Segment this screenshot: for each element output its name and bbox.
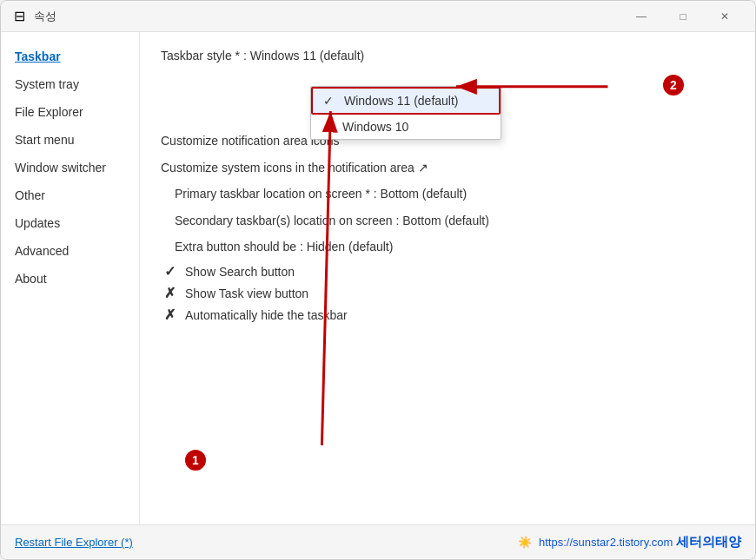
extra-button-label: Extra button should be : Hidden (default… [175, 240, 393, 254]
system-icons-row[interactable]: Customize system icons in the notificati… [161, 158, 734, 177]
minimize-button[interactable]: — [621, 1, 661, 32]
watermark-korean: 세터의태양 [676, 534, 741, 549]
secondary-location-row: Secondary taskbar(s) location on screen … [175, 211, 734, 230]
dropdown-option-win11-label: Windows 11 (default) [344, 94, 459, 108]
window-title: 속성 [34, 9, 621, 24]
check-no-icon-2: ✗ [161, 306, 178, 323]
check-no-icon: ✗ [161, 285, 178, 301]
system-icons-label: Customize system icons in the notificati… [161, 161, 428, 175]
sidebar-item-about[interactable]: About [1, 265, 139, 293]
dropdown-option-win10-label: Windows 10 [342, 120, 408, 134]
sidebar-item-taskbar[interactable]: Taskbar [1, 43, 139, 70]
primary-location-row: Primary taskbar location on screen * : B… [175, 184, 734, 203]
watermark-url: https://sunstar2.tistory.com [539, 536, 673, 549]
show-taskview-row: ✗ Show Task view button [161, 285, 734, 301]
main-panel: Taskbar style * : Windows 11 (default) ✓… [140, 32, 755, 524]
auto-hide-row: ✗ Automatically hide the taskbar [161, 306, 734, 323]
badge-1-label: 1 [192, 453, 199, 467]
show-search-label: Show Search button [185, 265, 295, 279]
restart-link[interactable]: Restart File Explorer (*) [15, 536, 133, 549]
check-yes-icon: ✓ [161, 263, 178, 280]
taskbar-style-row: Taskbar style * : Windows 11 (default) [161, 46, 734, 65]
sidebar-item-updates[interactable]: Updates [1, 209, 139, 237]
sidebar: Taskbar System tray File Explorer Start … [1, 32, 140, 524]
sun-emoji: ☀️ [518, 536, 532, 549]
sidebar-item-start-menu[interactable]: Start menu [1, 126, 139, 154]
sidebar-item-file-explorer[interactable]: File Explorer [1, 98, 139, 126]
primary-location-label: Primary taskbar location on screen * : B… [175, 187, 467, 201]
empty-checkmark [322, 120, 335, 134]
badge-1: 1 [183, 448, 208, 472]
secondary-location-label: Secondary taskbar(s) location on screen … [175, 214, 489, 227]
maximize-button[interactable]: □ [663, 1, 703, 32]
dropdown-option-win11[interactable]: ✓ Windows 11 (default) [311, 87, 501, 115]
sidebar-item-advanced[interactable]: Advanced [1, 237, 139, 265]
extra-button-row: Extra button should be : Hidden (default… [175, 237, 734, 256]
watermark: ☀️ https://sunstar2.tistory.com 세터의태양 [518, 534, 741, 550]
window-icon: ⊟ [11, 9, 27, 24]
show-search-row: ✓ Show Search button [161, 263, 734, 280]
window-controls: — □ ✕ [621, 1, 745, 32]
sidebar-item-system-tray[interactable]: System tray [1, 70, 139, 98]
taskbar-style-label: Taskbar style * : Windows 11 (default) [161, 49, 364, 63]
content-area: Taskbar System tray File Explorer Start … [1, 32, 755, 524]
bottom-bar: Restart File Explorer (*) ☀️ https://sun… [1, 524, 755, 559]
sidebar-item-other[interactable]: Other [1, 181, 139, 209]
taskbar-style-dropdown[interactable]: ✓ Windows 11 (default) Windows 10 [310, 86, 501, 140]
auto-hide-label: Automatically hide the taskbar [185, 308, 348, 322]
close-button[interactable]: ✕ [705, 1, 745, 32]
title-bar: ⊟ 속성 — □ ✕ [1, 1, 755, 32]
dropdown-option-win10[interactable]: Windows 10 [311, 115, 501, 139]
main-window: ⊟ 속성 — □ ✕ Taskbar System tray File Expl… [0, 0, 756, 560]
sidebar-item-window-switcher[interactable]: Window switcher [1, 154, 139, 181]
checkmark-icon: ✓ [323, 94, 337, 108]
show-taskview-label: Show Task view button [185, 287, 308, 300]
